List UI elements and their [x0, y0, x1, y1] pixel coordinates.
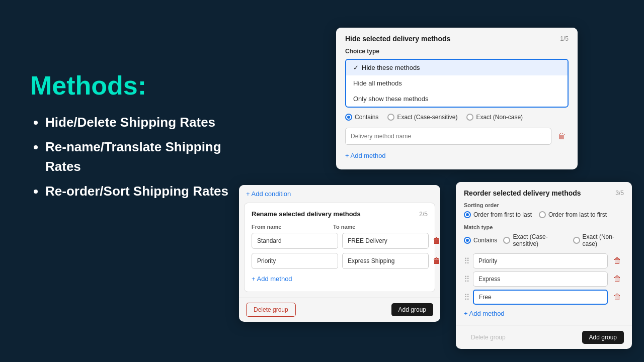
rename-methods-card: + Add condition Rename selected delivery… — [239, 185, 440, 322]
dropdown-item-hide-all[interactable]: Hide all methods — [346, 75, 568, 91]
card3-step: 3/5 — [615, 190, 624, 197]
left-panel: Methods: Hide/Delete Shipping Rates Re-n… — [30, 70, 257, 206]
rename-inner-card: Rename selected delivery methods 2/5 Fro… — [244, 203, 435, 292]
delete-drag-row-2[interactable]: 🗑 — [611, 273, 624, 286]
rename-row-2: 🗑 — [252, 253, 428, 269]
add-method-button[interactable]: + Add method — [345, 150, 386, 161]
match-radio-group-3: Contains Exact (Case-sensitive) Exact (N… — [464, 233, 624, 247]
radio-label-exact-noncase: Exact (Non-case) — [476, 114, 523, 121]
delete-group-label: Delete group — [254, 306, 288, 313]
drag-handle-3[interactable]: ⠿ — [464, 293, 470, 302]
radio-label-exact-case-3: Exact (Case-sensitive) — [513, 233, 567, 247]
dropdown-item-only-show[interactable]: Only show these methods — [346, 91, 568, 107]
drag-handle-2[interactable]: ⠿ — [464, 275, 470, 284]
add-group-label: Add group — [398, 306, 426, 313]
radio-label-exact-case: Exact (Case-sensitive) — [397, 114, 457, 121]
add-condition-button[interactable]: + Add condition — [246, 190, 291, 198]
choice-type-dropdown[interactable]: ✓ Hide these methods Hide all methods On… — [345, 59, 569, 108]
list-item: Hide/Delete Shipping Rates — [45, 113, 257, 132]
radio-last-to-first[interactable]: Order from last to first — [539, 211, 607, 218]
card1-header: Hide selected delivery methods 1/5 — [336, 28, 578, 48]
list-item: Re-name/Translate Shipping Rates — [45, 137, 257, 176]
sorting-order-label: Sorting order — [464, 202, 624, 208]
add-group-button-3[interactable]: Add group — [582, 331, 624, 344]
radio-circle-exact-case — [387, 114, 394, 121]
dropdown-item-label: Only show these methods — [353, 95, 429, 103]
add-condition-bar: + Add condition — [239, 185, 440, 203]
delete-drag-row-1[interactable]: 🗑 — [611, 254, 624, 267]
rename-header: Rename selected delivery methods 2/5 — [252, 210, 428, 218]
radio-circle-exact-noncase-3 — [573, 237, 580, 244]
delivery-method-input[interactable] — [345, 128, 551, 145]
drag-input-1[interactable] — [473, 253, 608, 268]
rename-step: 2/5 — [419, 211, 428, 218]
radio-label-contains: Contains — [355, 114, 378, 121]
radio-exact-case-3[interactable]: Exact (Case-sensitive) — [503, 233, 567, 247]
card1-title: Hide selected delivery methods — [345, 35, 450, 43]
radio-circle-first-to-last — [464, 211, 471, 218]
delete-group-button-3[interactable]: Delete group — [464, 331, 513, 344]
from-name-label: From name — [252, 224, 329, 230]
reorder-methods-card: Reorder selected delivery methods 3/5 So… — [456, 182, 632, 349]
radio-exact-case[interactable]: Exact (Case-sensitive) — [387, 114, 457, 121]
rename-col-headers: From name To name — [252, 224, 428, 230]
card3-body: Sorting order Order from first to last O… — [456, 202, 632, 325]
drag-row-3: ⠿ 🗑 — [464, 290, 624, 305]
delete-rename-row-1[interactable]: 🗑 — [433, 234, 441, 247]
rename-title: Rename selected delivery methods — [252, 210, 361, 218]
methods-list: Hide/Delete Shipping Rates Re-name/Trans… — [30, 113, 257, 201]
radio-first-to-last[interactable]: Order from first to last — [464, 211, 532, 218]
from-name-input-2[interactable] — [252, 253, 338, 269]
choice-type-label: Choice type — [345, 48, 569, 55]
sorting-radio-group: Order from first to last Order from last… — [464, 211, 624, 218]
add-method-label: + Add method — [345, 152, 386, 159]
delete-method-button[interactable]: 🗑 — [555, 130, 569, 143]
card1-step: 1/5 — [560, 35, 569, 42]
to-name-input-2[interactable] — [342, 253, 429, 269]
hide-methods-card: Hide selected delivery methods 1/5 Choic… — [336, 28, 578, 169]
drag-input-3[interactable] — [473, 290, 608, 305]
radio-label-last-to-first: Order from last to first — [548, 211, 607, 218]
dropdown-item-label: Hide all methods — [353, 79, 402, 87]
to-name-label: To name — [333, 224, 411, 230]
delete-drag-row-3[interactable]: 🗑 — [611, 291, 624, 304]
card3-header: Reorder selected delivery methods 3/5 — [456, 182, 632, 202]
delete-rename-row-2[interactable]: 🗑 — [433, 254, 441, 267]
radio-contains-3[interactable]: Contains — [464, 237, 497, 244]
rename-row-1: 🗑 — [252, 233, 428, 249]
dropdown-item-hide-these[interactable]: ✓ Hide these methods — [346, 60, 568, 75]
radio-circle-last-to-first — [539, 211, 546, 218]
delete-group-label-3: Delete group — [471, 334, 506, 341]
to-name-input-1[interactable] — [342, 233, 429, 249]
card2-footer: Delete group Add group — [239, 297, 440, 322]
add-method-label-3: + Add method — [464, 310, 505, 317]
add-method-label-2: + Add method — [252, 275, 292, 283]
radio-label-exact-noncase-3: Exact (Non-case) — [583, 233, 624, 247]
add-condition-label: + Add condition — [246, 190, 291, 198]
add-group-button[interactable]: Add group — [391, 303, 433, 316]
match-type-radio-group: Contains Exact (Case-sensitive) Exact (N… — [345, 114, 569, 121]
list-item: Re-order/Sort Shipping Rates — [45, 182, 257, 201]
add-method-button-2[interactable]: + Add method — [252, 273, 292, 285]
radio-contains[interactable]: Contains — [345, 114, 378, 121]
delete-group-button[interactable]: Delete group — [246, 303, 296, 317]
radio-label-contains-3: Contains — [473, 237, 497, 244]
dropdown-item-label: Hide these methods — [362, 64, 420, 71]
drag-handle-1[interactable]: ⠿ — [464, 256, 470, 266]
radio-circle-contains-3 — [464, 237, 471, 244]
check-icon: ✓ — [353, 64, 359, 71]
add-group-label-3: Add group — [589, 334, 617, 341]
add-method-button-3[interactable]: + Add method — [464, 308, 505, 319]
card1-body: Choice type ✓ Hide these methods Hide al… — [336, 48, 578, 169]
radio-label-first-to-last: Order from first to last — [473, 211, 532, 218]
drag-row-1: ⠿ 🗑 — [464, 253, 624, 268]
card3-title: Reorder selected delivery methods — [464, 189, 581, 197]
radio-exact-noncase-3[interactable]: Exact (Non-case) — [573, 233, 624, 247]
from-name-input-1[interactable] — [252, 233, 338, 249]
card3-footer: Delete group Add group — [456, 325, 632, 349]
drag-input-2[interactable] — [473, 272, 608, 287]
delivery-method-input-row: 🗑 — [345, 128, 569, 145]
radio-circle-exact-case-3 — [503, 237, 510, 244]
radio-exact-noncase[interactable]: Exact (Non-case) — [466, 114, 523, 121]
drag-row-2: ⠿ 🗑 — [464, 272, 624, 287]
